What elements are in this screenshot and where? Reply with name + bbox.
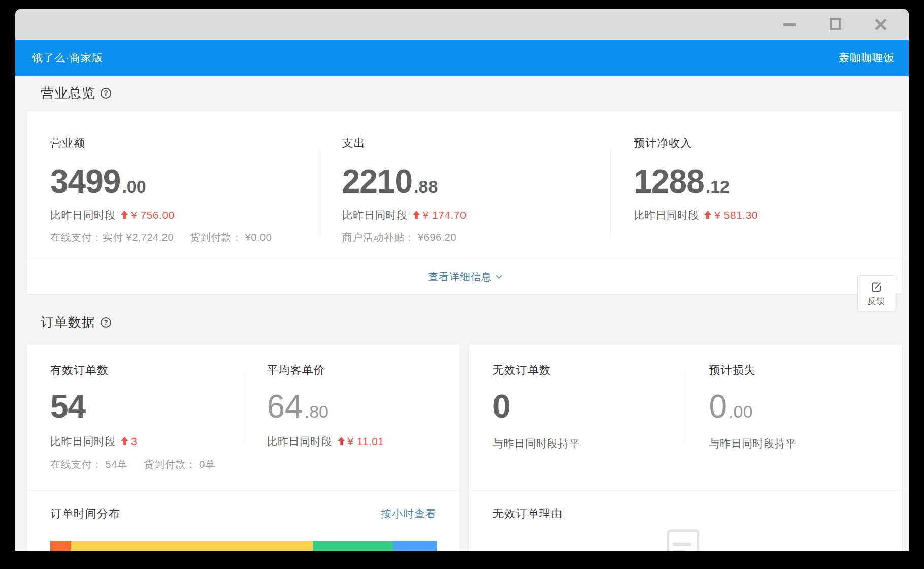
metric-value-dec: .88	[414, 177, 438, 197]
close-button[interactable]	[874, 18, 887, 31]
compare-prefix: 比昨日同时段	[267, 434, 333, 449]
metric-invalid-orders: 无效订单数 0 与昨日同时段持平	[469, 344, 686, 490]
metric-label: 支出	[342, 136, 611, 151]
app-header: 饿了么·商家版 轰咖咖喱饭	[15, 40, 909, 76]
window-titlebar	[15, 9, 909, 40]
metric-net-income: 预计净收入 1288 .12 比昨日同时段 ¥ 581.30	[610, 111, 902, 260]
metric-expense: 支出 2210 .88 比昨日同时段 ¥ 174.70 商户活动补贴： ¥696…	[319, 111, 611, 260]
metric-label: 无效订单数	[492, 363, 686, 378]
up-arrow-icon	[121, 211, 128, 219]
time-distribution-title: 订单时间分布	[50, 506, 120, 521]
metric-label: 有效订单数	[50, 363, 244, 378]
metric-label: 平均客单价	[267, 363, 460, 378]
valid-orders-card: 有效订单数 54 比昨日同时段 3 在线支付： 54单 货到付款： 0单	[26, 344, 460, 551]
metric-value: 3499 .00	[50, 166, 319, 197]
overview-card-footer: 查看详细信息	[27, 260, 902, 294]
time-distribution-header: 订单时间分布 按小时查看	[27, 506, 460, 521]
app-window: 饿了么·商家版 轰咖咖喱饭 营业总览 ? 营业额 3499 .00 比昨日同时段	[15, 9, 909, 551]
metric-compare: 比昨日同时段 ¥ 11.01	[267, 434, 460, 449]
metric-value-dec: .80	[305, 402, 328, 422]
invalid-orders-card: 无效订单数 0 与昨日同时段持平 预计损失 0 .00 与昨日同时段持平	[469, 344, 903, 551]
compare-prefix: 比昨日同时段	[50, 434, 116, 449]
metric-value-dec: .12	[706, 177, 730, 197]
metric-label: 预计净收入	[634, 136, 902, 151]
order-time-bar	[50, 541, 437, 551]
compare-delta: ¥ 756.00	[131, 209, 175, 222]
metric-avg-price: 平均客单价 64 .80 比昨日同时段 ¥ 11.01	[244, 344, 460, 490]
view-details-link[interactable]: 查看详细信息	[428, 270, 501, 284]
metric-label: 预计损失	[709, 363, 903, 378]
metric-value-int: 0	[492, 391, 510, 422]
sub-detail-left: 商户活动补贴： ¥696.20	[342, 232, 456, 243]
metric-value: 0	[492, 391, 686, 422]
metric-value: 64 .80	[267, 391, 460, 422]
view-details-label: 查看详细信息	[428, 270, 492, 284]
metric-value-int: 0	[709, 391, 728, 422]
invalid-reasons-block: 无效订单理由	[469, 490, 902, 551]
overview-columns: 营业额 3499 .00 比昨日同时段 ¥ 756.00 在线支付：实付 ¥2,…	[27, 111, 902, 260]
metric-sub-details: 在线支付： 54单 货到付款： 0单	[50, 458, 244, 471]
help-icon[interactable]: ?	[101, 317, 111, 328]
valid-orders-metrics: 有效订单数 54 比昨日同时段 3 在线支付： 54单 货到付款： 0单	[27, 344, 460, 490]
invalid-reasons-header: 无效订单理由	[469, 506, 902, 521]
sub-detail-left: 在线支付：实付 ¥2,724.20	[50, 232, 174, 243]
metric-compare: 比昨日同时段 ¥ 581.30	[634, 208, 902, 223]
view-by-hour-link[interactable]: 按小时查看	[381, 507, 437, 521]
store-name[interactable]: 轰咖咖喱饭	[839, 51, 895, 65]
up-arrow-icon	[704, 211, 711, 219]
compare-prefix: 比昨日同时段	[342, 208, 408, 223]
bar-segment	[313, 541, 393, 551]
time-distribution-block: 订单时间分布 按小时查看	[27, 490, 460, 551]
metric-value: 2210 .88	[342, 166, 611, 197]
metric-value-int: 64	[267, 391, 303, 422]
invalid-orders-metrics: 无效订单数 0 与昨日同时段持平 预计损失 0 .00 与昨日同时段持平	[469, 344, 902, 490]
metric-value-int: 2210	[342, 166, 412, 197]
metric-note: 与昨日同时段持平	[709, 434, 903, 451]
metric-note: 与昨日同时段持平	[492, 434, 686, 451]
metric-sub-details: 商户活动补贴： ¥696.20	[342, 231, 611, 244]
metric-value-int: 1288	[634, 166, 704, 197]
overview-card: 营业额 3499 .00 比昨日同时段 ¥ 756.00 在线支付：实付 ¥2,…	[26, 111, 903, 294]
orders-section-header: 订单数据 ?	[41, 310, 903, 334]
orders-cards-row: 有效订单数 54 比昨日同时段 3 在线支付： 54单 货到付款： 0单	[26, 344, 903, 551]
empty-state	[469, 528, 902, 551]
minimize-button[interactable]	[783, 18, 796, 31]
invalid-reasons-title: 无效订单理由	[492, 506, 563, 521]
main-content: 营业总览 ? 营业额 3499 .00 比昨日同时段 ¥ 756.00	[15, 76, 909, 551]
metric-value-dec: .00	[122, 177, 146, 197]
sub-detail-right: 货到付款： ¥0.00	[190, 232, 272, 243]
orders-section-title: 订单数据	[41, 313, 95, 331]
edit-icon	[870, 280, 883, 294]
close-icon	[874, 18, 887, 31]
sub-detail-right: 货到付款： 0单	[144, 459, 215, 470]
metric-sub-details: 在线支付：实付 ¥2,724.20 货到付款： ¥0.00	[50, 231, 319, 244]
overview-section-header: 营业总览 ?	[41, 81, 903, 105]
compare-delta: 3	[131, 435, 137, 448]
help-icon[interactable]: ?	[101, 88, 111, 99]
metric-compare: 比昨日同时段 ¥ 756.00	[50, 208, 319, 223]
up-arrow-icon	[338, 437, 345, 446]
minimize-icon	[783, 23, 796, 26]
metric-compare: 比昨日同时段 ¥ 174.70	[342, 208, 611, 223]
sub-detail-left: 在线支付： 54单	[50, 459, 127, 470]
maximize-button[interactable]	[829, 18, 842, 31]
compare-delta: ¥ 581.30	[714, 209, 758, 222]
compare-prefix: 比昨日同时段	[50, 208, 116, 223]
compare-delta: ¥ 11.01	[348, 435, 384, 448]
chevron-down-icon	[496, 272, 502, 279]
metric-valid-orders: 有效订单数 54 比昨日同时段 3 在线支付： 54单 货到付款： 0单	[27, 344, 244, 490]
bar-segment	[393, 541, 437, 551]
metric-revenue: 营业额 3499 .00 比昨日同时段 ¥ 756.00 在线支付：实付 ¥2,…	[27, 111, 319, 260]
feedback-button[interactable]: 反馈	[857, 275, 895, 312]
up-arrow-icon	[121, 437, 128, 446]
feedback-label: 反馈	[867, 295, 885, 307]
metric-value: 1288 .12	[634, 166, 902, 197]
metric-value: 0 .00	[709, 391, 903, 422]
metric-estimated-loss: 预计损失 0 .00 与昨日同时段持平	[686, 344, 903, 490]
metric-value-int: 54	[50, 391, 85, 422]
bar-segment	[71, 541, 313, 551]
maximize-icon	[830, 18, 841, 30]
overview-section-title: 营业总览	[41, 84, 95, 102]
empty-document-icon	[666, 528, 706, 551]
compare-delta: ¥ 174.70	[423, 209, 467, 222]
